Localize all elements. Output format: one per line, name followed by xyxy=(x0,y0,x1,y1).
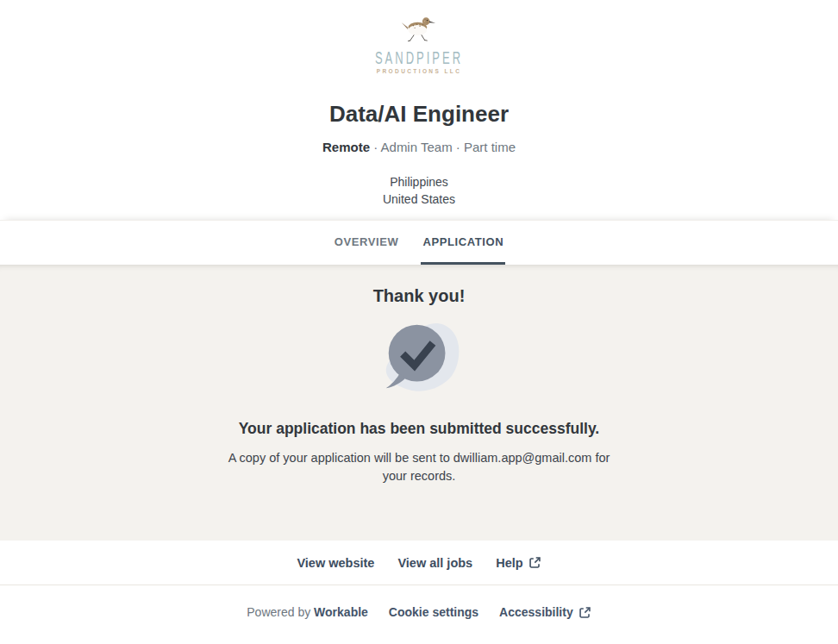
company-name: SANDPIPER xyxy=(375,48,463,68)
success-message: Your application has been submitted succ… xyxy=(17,418,821,439)
meta-separator: · xyxy=(456,140,460,154)
tab-application[interactable]: APPLICATION xyxy=(421,221,505,265)
sandpiper-bird-icon xyxy=(399,14,439,45)
workable-link[interactable]: Workable xyxy=(314,605,368,619)
success-icon-wrap xyxy=(17,319,821,397)
employment-type: Part time xyxy=(464,140,516,154)
view-all-jobs-link[interactable]: View all jobs xyxy=(397,556,472,570)
view-website-link[interactable]: View website xyxy=(297,556,374,570)
cookie-settings-link[interactable]: Cookie settings xyxy=(389,605,478,619)
speech-bubble-checkmark-icon xyxy=(378,319,461,394)
tab-overview[interactable]: OVERVIEW xyxy=(333,221,401,265)
powered-by: Powered by Workable xyxy=(247,605,368,619)
accessibility-link-label: Accessibility xyxy=(499,605,573,619)
thank-you-heading: Thank you! xyxy=(17,285,821,306)
help-link[interactable]: Help xyxy=(496,556,541,570)
company-footer: View website View all jobs Help xyxy=(0,541,838,585)
job-title: Data/AI Engineer xyxy=(0,99,838,128)
job-application-page: SANDPIPER PRODUCTIONS LLC Data/AI Engine… xyxy=(0,0,838,644)
job-header: SANDPIPER PRODUCTIONS LLC Data/AI Engine… xyxy=(0,0,838,220)
accessibility-link[interactable]: Accessibility xyxy=(499,605,591,619)
company-subtitle: PRODUCTIONS LLC xyxy=(375,68,463,74)
department: Admin Team xyxy=(381,140,453,154)
job-meta: Remote · Admin Team · Part time xyxy=(0,139,838,156)
job-locations: Philippines United States xyxy=(0,173,838,208)
meta-separator: · xyxy=(373,140,378,154)
job-tabs: OVERVIEW APPLICATION xyxy=(0,220,838,265)
help-link-label: Help xyxy=(496,556,522,570)
success-note: A copy of your application will be sent … xyxy=(224,449,614,485)
external-link-icon xyxy=(578,606,591,619)
location-item: Philippines xyxy=(0,173,838,191)
external-link-icon xyxy=(528,556,541,569)
powered-by-bar: Powered by Workable Cookie settings Acce… xyxy=(0,585,838,640)
company-logo[interactable]: SANDPIPER PRODUCTIONS LLC xyxy=(375,14,463,74)
confirmation-section: Thank you! Your application has been sub… xyxy=(0,265,838,541)
location-item: United States xyxy=(0,191,838,208)
workplace-type: Remote xyxy=(322,140,370,154)
powered-by-label: Powered by xyxy=(247,605,310,619)
